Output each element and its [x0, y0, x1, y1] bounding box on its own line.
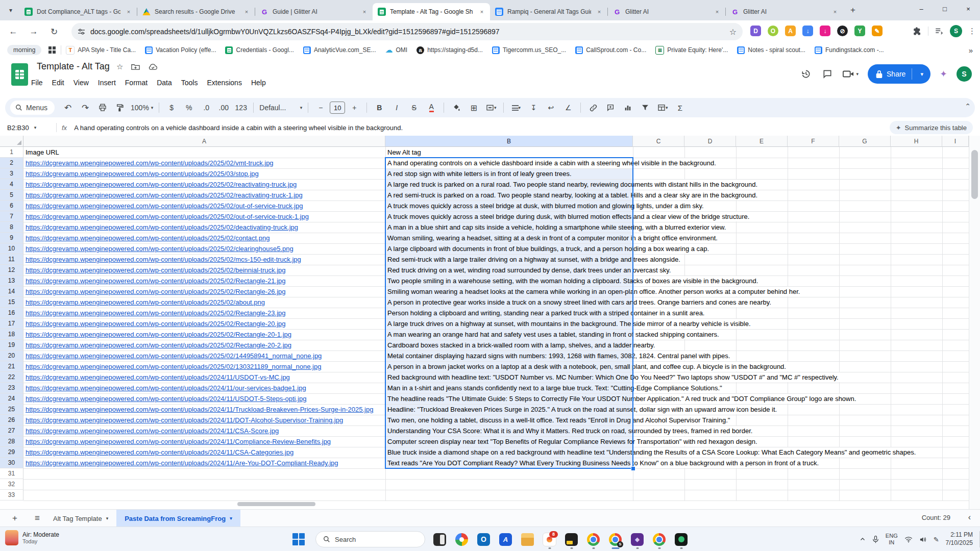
- sheet-tab-menu-icon[interactable]: ▾: [106, 516, 109, 521]
- bookmark-item[interactable]: Credentials - Googl...: [225, 46, 293, 54]
- cell-A18-link[interactable]: https://dcgrevamp.wpenginepowered.com/wp…: [26, 329, 384, 340]
- row-header-31[interactable]: 31: [0, 468, 23, 479]
- bold-button[interactable]: B: [371, 101, 387, 114]
- vertical-scrollbar[interactable]: [969, 136, 980, 509]
- menu-data[interactable]: Data: [152, 77, 177, 89]
- extension-d-icon[interactable]: D: [750, 26, 761, 36]
- cell-B14[interactable]: Smiling woman wearing a headset looks at…: [387, 286, 800, 297]
- sheet-tab-inactive[interactable]: Alt Tag Template▾: [45, 510, 116, 527]
- decrease-decimal-button[interactable]: .0: [198, 101, 214, 114]
- functions-icon[interactable]: Σ: [672, 101, 688, 114]
- bookmarks-overflow-icon[interactable]: »: [969, 46, 973, 55]
- share-button[interactable]: Share ▾: [868, 64, 930, 84]
- row-header-1[interactable]: 1: [0, 147, 23, 158]
- row-header-28[interactable]: 28: [0, 436, 23, 447]
- cell-A16-link[interactable]: https://dcgrevamp.wpenginepowered.com/wp…: [26, 308, 384, 318]
- column-header-F[interactable]: F: [788, 136, 839, 147]
- row-header-9[interactable]: 9: [0, 233, 23, 243]
- cell-A29-link[interactable]: https://dcgrevamp.wpenginepowered.com/wp…: [26, 447, 384, 458]
- taskbar-chrome-second-profile[interactable]: [648, 529, 670, 549]
- cell-B13[interactable]: Two people smiling in a warehouse settin…: [387, 276, 758, 286]
- extension-a-icon[interactable]: A: [785, 26, 796, 36]
- extension-o-icon[interactable]: O: [768, 26, 778, 36]
- column-header-D[interactable]: D: [684, 136, 736, 147]
- row-header-12[interactable]: 12: [0, 265, 23, 276]
- tab-close-icon[interactable]: ×: [242, 8, 251, 16]
- row-header-26[interactable]: 26: [0, 415, 23, 425]
- minimize-button[interactable]: –: [910, 0, 933, 17]
- cell-B16[interactable]: Person holding a clipboard and writing, …: [387, 308, 704, 318]
- italic-button[interactable]: I: [388, 101, 405, 114]
- cell-B3[interactable]: A red stop sign with white letters is in…: [387, 168, 572, 179]
- column-header-A[interactable]: A: [23, 136, 385, 147]
- tab-close-icon[interactable]: ×: [360, 8, 369, 16]
- cell-A28-link[interactable]: https://dcgrevamp.wpenginepowered.com/wp…: [26, 436, 384, 447]
- puzzle-extensions-icon[interactable]: [913, 27, 922, 36]
- share-dropdown-icon[interactable]: ▾: [916, 71, 927, 78]
- bookmark-item[interactable]: AnalyticVue.com_SE...: [303, 46, 376, 54]
- browser-tab[interactable]: GGlitter AI×: [608, 3, 725, 20]
- cell-A7-link[interactable]: https://dcgrevamp.wpenginepowered.com/wp…: [26, 211, 384, 222]
- taskbar-app-dark-yellow[interactable]: [560, 529, 582, 549]
- select-all-corner[interactable]: [0, 136, 23, 147]
- increase-font-size-button[interactable]: +: [346, 101, 362, 114]
- cell-B18[interactable]: A man wearing an orange hard hat and saf…: [387, 329, 719, 340]
- extension-arrow-icon[interactable]: ↓: [820, 26, 830, 36]
- cell-B2[interactable]: A hand operating controls on a vehicle d…: [387, 158, 716, 168]
- row-header-33[interactable]: 33: [0, 490, 23, 500]
- font-select[interactable]: Defaul...▾: [258, 101, 304, 114]
- cell-A22-link[interactable]: https://dcgrevamp.wpenginepowered.com/wp…: [26, 372, 384, 383]
- decrease-font-size-button[interactable]: −: [312, 101, 329, 114]
- move-to-folder-icon[interactable]: [131, 63, 140, 70]
- cell-B25[interactable]: Headline: "Truckload Breakeven Prices Su…: [387, 404, 777, 415]
- language-indicator[interactable]: ENGIN: [886, 533, 898, 545]
- reload-icon[interactable]: ↻: [47, 24, 61, 39]
- microphone-icon[interactable]: [872, 536, 879, 543]
- extension-pencil-icon[interactable]: ✎: [872, 26, 883, 36]
- cell-B6[interactable]: A truck moves quickly across a steel bri…: [387, 201, 704, 211]
- tab-close-icon[interactable]: ×: [125, 8, 133, 16]
- menu-view[interactable]: View: [69, 77, 93, 89]
- cell-B12[interactable]: Red truck driving on a wet, winding road…: [387, 265, 671, 276]
- name-box[interactable]: B2:B30▾: [0, 124, 56, 132]
- account-avatar[interactable]: S: [957, 66, 972, 82]
- sheet-tab-menu-icon[interactable]: ▾: [230, 516, 232, 521]
- row-header-22[interactable]: 22: [0, 372, 23, 383]
- row-header-13[interactable]: 13: [0, 276, 23, 286]
- format-percent-button[interactable]: %: [181, 101, 197, 114]
- menu-help[interactable]: Help: [247, 77, 271, 89]
- cell-A2-link[interactable]: https://dcgrevamp.wpenginepowered.com/wp…: [26, 158, 384, 168]
- cell-B27[interactable]: Understanding Your CSA Score: What it is…: [387, 425, 752, 436]
- cell-A5-link[interactable]: https://dcgrevamp.wpenginepowered.com/wp…: [26, 190, 384, 201]
- taskbar-app-green-dark[interactable]: [670, 529, 692, 549]
- menu-file[interactable]: File: [27, 77, 47, 89]
- horizontal-align-icon[interactable]: ▾: [508, 101, 524, 114]
- cell-B21[interactable]: A person in a brown jacket works on a la…: [387, 361, 786, 372]
- clock[interactable]: 2:11 PM 7/10/2025: [946, 531, 973, 547]
- bookmark-item[interactable]: Vacation Policy (effe...: [145, 46, 216, 54]
- cell-B28[interactable]: Computer screen display near text "Top B…: [387, 436, 757, 447]
- taskbar-outlook[interactable]: [473, 529, 495, 549]
- browser-tab[interactable]: Rampiq - General Alt Tags Guid×: [490, 3, 607, 20]
- star-document-icon[interactable]: ☆: [116, 62, 123, 71]
- borders-icon[interactable]: ⊞: [465, 101, 482, 114]
- taskbar-chrome-active-profile[interactable]: S: [604, 529, 626, 549]
- taskbar-file-explorer[interactable]: [517, 529, 538, 549]
- maximize-button[interactable]: □: [933, 0, 957, 17]
- formula-input[interactable]: A hand operating controls on a vehicle d…: [74, 124, 980, 132]
- site-info-icon[interactable]: [78, 28, 85, 36]
- cell-B8[interactable]: A man in a blue shirt and cap sits insid…: [387, 222, 726, 233]
- volume-icon[interactable]: [919, 536, 927, 543]
- row-header-25[interactable]: 25: [0, 404, 23, 415]
- cell-A14-link[interactable]: https://dcgrevamp.wpenginepowered.com/wp…: [26, 286, 384, 297]
- row-header-8[interactable]: 8: [0, 222, 23, 233]
- cell-A9-link[interactable]: https://dcgrevamp.wpenginepowered.com/wp…: [26, 233, 384, 243]
- row-header-19[interactable]: 19: [0, 340, 23, 350]
- text-wrap-icon[interactable]: ↩: [543, 101, 559, 114]
- text-color-button[interactable]: A: [423, 101, 439, 114]
- browser-tab[interactable]: Search results - Google Drive×: [137, 3, 255, 20]
- url-text[interactable]: docs.google.com/spreadsheets/d/1ulljkOgr…: [90, 28, 729, 36]
- text-rotation-icon[interactable]: ∠: [560, 101, 576, 114]
- insert-link-icon[interactable]: [585, 101, 601, 114]
- add-sheet-icon[interactable]: +: [7, 512, 22, 525]
